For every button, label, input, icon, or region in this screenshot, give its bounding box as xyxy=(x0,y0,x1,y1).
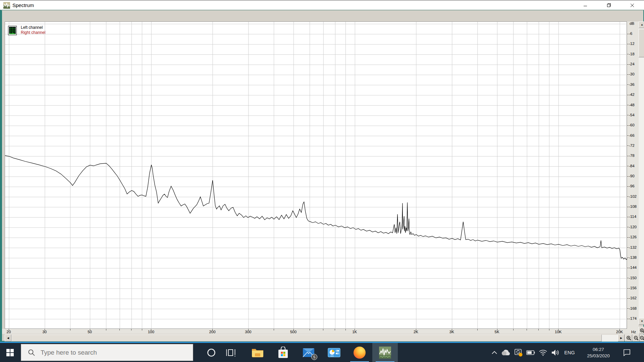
window-title: Spectrum xyxy=(12,2,34,8)
db-tick-mark xyxy=(627,166,629,166)
spectrum-plot[interactable] xyxy=(5,21,627,329)
db-tick-mark xyxy=(627,196,629,197)
cortana-button[interactable] xyxy=(201,343,221,362)
freq-tick-mark xyxy=(513,329,514,330)
db-tick-mark xyxy=(627,308,629,309)
volume-tray-button[interactable] xyxy=(549,343,561,362)
db-tick-label: -42 xyxy=(629,93,635,97)
db-tick-label: -30 xyxy=(629,72,635,76)
task-view-button[interactable] xyxy=(221,343,240,362)
zoom-in-icon xyxy=(626,336,631,341)
freq-tick-label: 50 xyxy=(88,330,92,334)
vertical-zoom-in-button[interactable] xyxy=(639,327,644,334)
freq-tick-label: 1K xyxy=(352,330,357,334)
hz-axis-unit: Hz xyxy=(631,330,636,334)
db-tick-mark xyxy=(627,217,629,217)
scroll-down-button[interactable]: ▼ xyxy=(639,318,644,325)
notification-icon xyxy=(623,349,631,356)
spectrum-window: Spectrum xyxy=(0,0,644,342)
search-icon xyxy=(28,349,35,356)
microsoft-store-icon xyxy=(278,347,288,359)
freq-tick-mark xyxy=(527,329,527,330)
speaker-icon xyxy=(551,349,560,356)
onedrive-tray-button[interactable] xyxy=(500,343,513,362)
close-button[interactable] xyxy=(625,0,640,10)
action-center-button[interactable] xyxy=(619,343,635,362)
spectrum-options-icon[interactable] xyxy=(8,26,17,35)
clock[interactable]: 06:27 25/03/2020 xyxy=(579,343,618,362)
db-tick-mark xyxy=(627,115,629,115)
microsoft-store-button[interactable] xyxy=(270,343,296,362)
db-tick-label: -174 xyxy=(629,316,637,320)
titlebar: Spectrum xyxy=(0,0,644,10)
taskbar: 5 xyxy=(0,342,644,362)
clock-date: 25/03/2020 xyxy=(587,353,610,359)
scroll-left-button[interactable]: ◀ xyxy=(5,335,11,342)
db-tick-label: -18 xyxy=(629,52,635,56)
spectrum-app-button[interactable] xyxy=(372,343,398,362)
db-tick-mark xyxy=(627,278,629,278)
zoom-out-icon xyxy=(640,336,644,341)
db-tick-mark xyxy=(627,105,629,105)
chevron-up-icon xyxy=(492,351,497,354)
language-indicator[interactable]: ENG xyxy=(561,343,578,362)
freq-tick-mark xyxy=(345,329,346,330)
db-tick-label: -138 xyxy=(629,255,637,259)
wifi-tray-button[interactable] xyxy=(537,343,549,362)
freq-tick-mark xyxy=(142,329,142,330)
scroll-up-button[interactable]: ▲ xyxy=(639,21,644,28)
battery-tray-button[interactable] xyxy=(525,343,537,362)
spectrum-app-icon xyxy=(379,347,391,359)
db-tick-label: -120 xyxy=(629,225,637,229)
control-panel-button[interactable] xyxy=(321,343,347,362)
taskbar-search[interactable] xyxy=(21,344,193,361)
start-button[interactable] xyxy=(0,343,20,362)
firefox-button[interactable] xyxy=(347,343,372,362)
control-panel-icon xyxy=(328,348,340,357)
db-tick-mark xyxy=(627,207,629,207)
tray-show-hidden-button[interactable] xyxy=(489,343,500,362)
horizontal-zoom-out-button[interactable] xyxy=(633,335,640,342)
freq-tick-label: 20K xyxy=(616,330,623,334)
db-tick-mark xyxy=(627,74,629,75)
vertical-scrollbar[interactable] xyxy=(639,21,644,325)
db-tick-label: -60 xyxy=(629,123,635,127)
restore-button[interactable] xyxy=(601,0,616,10)
horizontal-zoom-in-button[interactable] xyxy=(625,335,632,342)
cortana-icon xyxy=(207,348,216,357)
freq-tick-mark xyxy=(335,329,335,330)
db-tick-label: -156 xyxy=(629,286,637,290)
db-axis: dB -6-12-18-24-30-36-42-48-54-60-66-72-7… xyxy=(627,21,639,329)
close-icon xyxy=(630,3,634,7)
freq-tick-label: 100 xyxy=(148,330,154,334)
task-view-icon xyxy=(226,348,236,357)
legend-right-channel: Right channel xyxy=(21,30,45,35)
freq-tick-label: 2K xyxy=(414,330,418,334)
db-tick-label: -12 xyxy=(629,42,635,46)
db-tick-mark xyxy=(627,298,629,299)
freq-tick-label: 3K xyxy=(449,330,454,334)
db-tick-mark xyxy=(627,64,629,65)
freq-tick-mark xyxy=(274,329,274,330)
freq-tick-label: 200 xyxy=(209,330,215,334)
search-input[interactable] xyxy=(41,349,181,356)
sync-icon xyxy=(514,348,523,357)
horizontal-scrollbar-thumb[interactable] xyxy=(11,335,602,342)
db-tick-mark xyxy=(627,95,629,95)
mail-button[interactable]: 5 xyxy=(296,343,321,362)
db-axis-unit: dB xyxy=(630,21,634,25)
freq-tick-mark xyxy=(131,329,131,330)
vertical-scrollbar-thumb[interactable] xyxy=(639,29,644,57)
db-tick-mark xyxy=(627,145,629,146)
db-tick-label: -96 xyxy=(629,184,635,188)
scroll-right-button[interactable]: ▶ xyxy=(618,335,625,342)
minimize-button[interactable] xyxy=(578,0,593,10)
battery-icon xyxy=(526,350,535,355)
db-tick-mark xyxy=(627,268,629,268)
file-explorer-button[interactable] xyxy=(245,343,270,362)
sync-status-tray-button[interactable] xyxy=(513,343,525,362)
window-content: Left channel Right channel dB -6-12-18-2… xyxy=(0,10,644,342)
db-tick-label: -54 xyxy=(629,113,635,117)
freq-tick-label: 30 xyxy=(42,330,47,334)
db-tick-mark xyxy=(627,135,629,136)
